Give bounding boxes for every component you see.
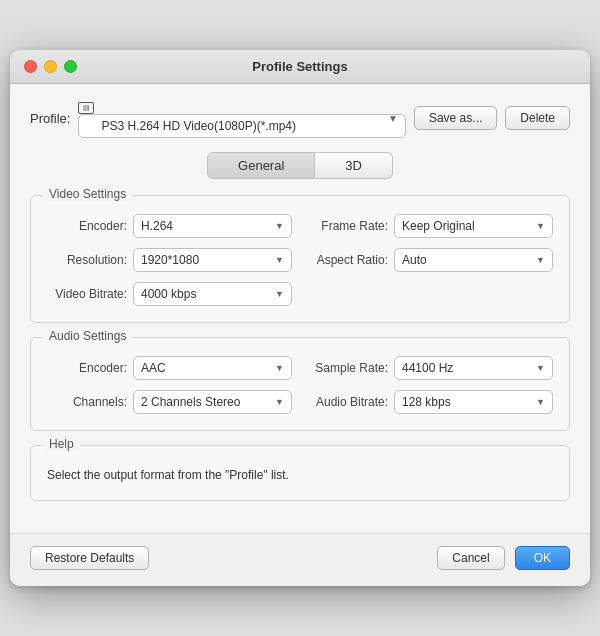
- sample-rate-row: Sample Rate: 44100 Hz ▼: [308, 356, 553, 380]
- audio-settings-grid: Encoder: AAC ▼ Sample Rate: 44100 Hz: [47, 356, 553, 414]
- footer: Restore Defaults Cancel OK: [10, 533, 590, 586]
- channels-select-wrapper: 2 Channels Stereo ▼: [133, 390, 292, 414]
- cancel-button[interactable]: Cancel: [437, 546, 504, 570]
- maximize-button[interactable]: [64, 60, 77, 73]
- footer-right-buttons: Cancel OK: [437, 546, 570, 570]
- video-settings-title: Video Settings: [43, 187, 132, 201]
- sample-rate-label: Sample Rate:: [308, 361, 388, 375]
- profile-icon: ▤: [78, 102, 94, 114]
- titlebar: Profile Settings: [10, 50, 590, 84]
- tabs-row: General 3D: [30, 152, 570, 179]
- help-text: Select the output format from the "Profi…: [47, 466, 553, 484]
- video-empty-cell: [308, 282, 553, 306]
- resolution-row: Resolution: 1920*1080 ▼: [47, 248, 292, 272]
- save-as-button[interactable]: Save as...: [414, 106, 497, 130]
- video-encoder-label: Encoder:: [47, 219, 127, 233]
- video-bitrate-row: Video Bitrate: 4000 kbps ▼: [47, 282, 292, 306]
- video-encoder-select-wrapper: H.264 ▼: [133, 214, 292, 238]
- aspect-ratio-row: Aspect Ratio: Auto ▼: [308, 248, 553, 272]
- resolution-select[interactable]: 1920*1080: [133, 248, 292, 272]
- audio-encoder-label: Encoder:: [47, 361, 127, 375]
- audio-encoder-select-wrapper: AAC ▼: [133, 356, 292, 380]
- restore-defaults-button[interactable]: Restore Defaults: [30, 546, 149, 570]
- frame-rate-select[interactable]: Keep Original: [394, 214, 553, 238]
- resolution-select-wrapper: 1920*1080 ▼: [133, 248, 292, 272]
- video-bitrate-label: Video Bitrate:: [47, 287, 127, 301]
- audio-bitrate-select[interactable]: 128 kbps: [394, 390, 553, 414]
- main-content: Profile: ▤ PS3 H.264 HD Video(1080P)(*.m…: [10, 84, 590, 533]
- video-encoder-select[interactable]: H.264: [133, 214, 292, 238]
- help-title: Help: [43, 437, 80, 451]
- audio-bitrate-label: Audio Bitrate:: [308, 395, 388, 409]
- profile-label: Profile:: [30, 111, 70, 126]
- sample-rate-select-wrapper: 44100 Hz ▼: [394, 356, 553, 380]
- audio-settings-section: Audio Settings Encoder: AAC ▼ Sample Rat…: [30, 337, 570, 431]
- video-settings-section: Video Settings Encoder: H.264 ▼ Frame Ra…: [30, 195, 570, 323]
- profile-settings-window: Profile Settings Profile: ▤ PS3 H.264 HD…: [10, 50, 590, 586]
- video-settings-grid: Encoder: H.264 ▼ Frame Rate: Keep Origin…: [47, 214, 553, 306]
- frame-rate-row: Frame Rate: Keep Original ▼: [308, 214, 553, 238]
- profile-select[interactable]: PS3 H.264 HD Video(1080P)(*.mp4): [78, 114, 405, 138]
- tab-general[interactable]: General: [207, 152, 315, 179]
- video-bitrate-select[interactable]: 4000 kbps: [133, 282, 292, 306]
- ok-button[interactable]: OK: [515, 546, 570, 570]
- aspect-ratio-select[interactable]: Auto: [394, 248, 553, 272]
- audio-bitrate-row: Audio Bitrate: 128 kbps ▼: [308, 390, 553, 414]
- traffic-lights: [24, 60, 77, 73]
- audio-bitrate-select-wrapper: 128 kbps ▼: [394, 390, 553, 414]
- video-encoder-row: Encoder: H.264 ▼: [47, 214, 292, 238]
- frame-rate-select-wrapper: Keep Original ▼: [394, 214, 553, 238]
- audio-encoder-select[interactable]: AAC: [133, 356, 292, 380]
- aspect-ratio-select-wrapper: Auto ▼: [394, 248, 553, 272]
- video-bitrate-select-wrapper: 4000 kbps ▼: [133, 282, 292, 306]
- window-title: Profile Settings: [252, 59, 347, 74]
- resolution-label: Resolution:: [47, 253, 127, 267]
- sample-rate-select[interactable]: 44100 Hz: [394, 356, 553, 380]
- minimize-button[interactable]: [44, 60, 57, 73]
- audio-settings-title: Audio Settings: [43, 329, 132, 343]
- profile-select-wrapper: ▤ PS3 H.264 HD Video(1080P)(*.mp4) ▼: [78, 98, 405, 138]
- frame-rate-label: Frame Rate:: [308, 219, 388, 233]
- close-button[interactable]: [24, 60, 37, 73]
- aspect-ratio-label: Aspect Ratio:: [308, 253, 388, 267]
- delete-button[interactable]: Delete: [505, 106, 570, 130]
- audio-encoder-row: Encoder: AAC ▼: [47, 356, 292, 380]
- channels-row: Channels: 2 Channels Stereo ▼: [47, 390, 292, 414]
- channels-select[interactable]: 2 Channels Stereo: [133, 390, 292, 414]
- help-section: Help Select the output format from the "…: [30, 445, 570, 501]
- tab-3d[interactable]: 3D: [315, 152, 393, 179]
- channels-label: Channels:: [47, 395, 127, 409]
- profile-row: Profile: ▤ PS3 H.264 HD Video(1080P)(*.m…: [30, 98, 570, 138]
